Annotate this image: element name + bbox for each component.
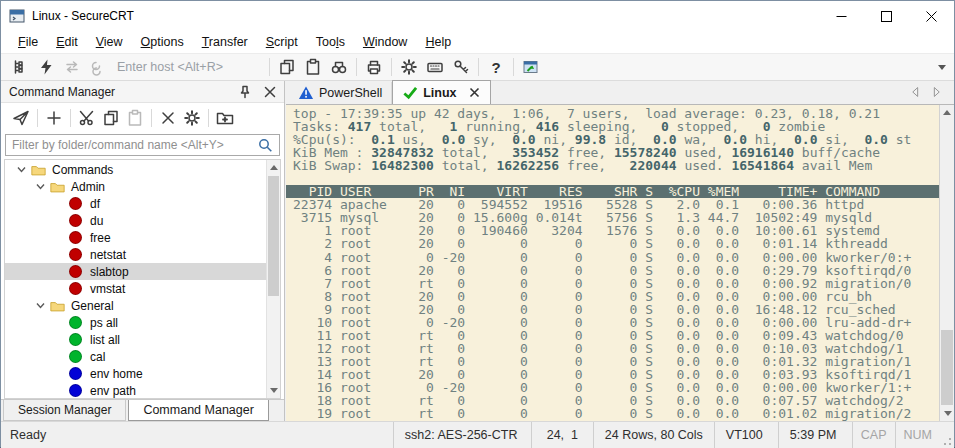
menu-options[interactable]: Options: [132, 35, 193, 49]
tree-item-Commands[interactable]: Commands: [5, 161, 266, 178]
tree-item-General[interactable]: General: [5, 297, 266, 314]
cut-button[interactable]: [75, 107, 99, 129]
main-toolbar: Enter host <Alt+R> ?: [1, 53, 954, 81]
command-dot-icon: [69, 248, 82, 261]
tree-item-env-path[interactable]: env path: [5, 382, 266, 399]
menu-view[interactable]: View: [87, 35, 132, 49]
key-agent-button[interactable]: [448, 55, 474, 79]
pin-icon[interactable]: [238, 85, 252, 99]
menu-window[interactable]: Window: [354, 35, 416, 49]
tab-scroll-left-icon[interactable]: [908, 84, 922, 100]
send-command-button[interactable]: [9, 107, 33, 129]
search-icon[interactable]: [257, 137, 274, 154]
tree-item-Admin[interactable]: Admin: [5, 178, 266, 195]
add-command-button[interactable]: [42, 107, 66, 129]
tree-item-free[interactable]: free: [5, 229, 266, 246]
scroll-thumb[interactable]: [268, 176, 279, 296]
delete-x-icon: [160, 110, 176, 126]
panel-close-icon[interactable]: [264, 86, 276, 98]
new-folder-button[interactable]: [213, 107, 237, 129]
printer-icon: [365, 58, 383, 76]
menu-edit[interactable]: Edit: [47, 35, 87, 49]
minimize-button[interactable]: [819, 1, 864, 31]
scroll-up-arrow[interactable]: [943, 110, 951, 115]
tree-item-label: slabtop: [90, 265, 129, 279]
tree-item-label: vmstat: [90, 282, 125, 296]
help-button[interactable]: ?: [483, 55, 509, 79]
disconnect-button[interactable]: [85, 55, 111, 79]
menu-tools[interactable]: Tools: [307, 35, 354, 49]
reconnect-icon: [63, 58, 81, 76]
tree-item-du[interactable]: du: [5, 212, 266, 229]
tab-command-manager[interactable]: Command Manager: [128, 400, 268, 421]
command-manager-panel: Command Manager: [1, 81, 285, 421]
tab-close-icon[interactable]: [468, 86, 481, 99]
tree-item-ps-all[interactable]: ps all: [5, 314, 266, 331]
chevron-down-icon[interactable]: [35, 300, 46, 311]
chevron-down-icon[interactable]: [16, 164, 27, 175]
scroll-down-arrow[interactable]: [944, 411, 952, 416]
tab-session-manager[interactable]: Session Manager: [3, 400, 126, 421]
tree-item-label: General: [71, 299, 114, 313]
copy-icon: [102, 109, 120, 127]
command-dot-icon: [69, 197, 82, 210]
paste-button[interactable]: [300, 55, 326, 79]
copy-command-button[interactable]: [99, 107, 123, 129]
chevron-down-icon[interactable]: [35, 181, 46, 192]
tree-item-cal[interactable]: cal: [5, 348, 266, 365]
keyboard-icon: [426, 58, 444, 76]
tree-item-label: env path: [90, 384, 136, 398]
filter-input[interactable]: [5, 134, 280, 156]
tree-scrollbar[interactable]: [266, 160, 280, 398]
binoculars-icon: [330, 58, 348, 76]
print-button[interactable]: [361, 55, 387, 79]
command-dot-icon: [69, 316, 82, 329]
delete-command-button[interactable]: [156, 107, 180, 129]
tree-item-list-all[interactable]: list all: [5, 331, 266, 348]
gear-icon: [183, 109, 201, 127]
menu-help[interactable]: Help: [416, 35, 460, 49]
maximize-button[interactable]: [864, 1, 909, 31]
copy-button[interactable]: [274, 55, 300, 79]
command-options-button[interactable]: [180, 107, 204, 129]
command-dot-icon: [69, 214, 82, 227]
quick-connect-button[interactable]: [33, 55, 59, 79]
tree-item-netstat[interactable]: netstat: [5, 246, 266, 263]
blue-warning-icon: [298, 85, 314, 101]
tab-scroll-right-icon[interactable]: [930, 84, 944, 100]
status-clock: 5:39 PM: [778, 422, 852, 448]
quick-connect-host-input[interactable]: Enter host <Alt+R>: [117, 60, 259, 74]
tree-item-label: df: [90, 197, 100, 211]
menu-script[interactable]: Script: [257, 35, 307, 49]
tab-powershell[interactable]: PowerShell: [289, 82, 392, 104]
panel-header: Command Manager: [1, 81, 284, 103]
menu-transfer[interactable]: Transfer: [193, 35, 257, 49]
close-button[interactable]: [909, 1, 954, 31]
find-button[interactable]: [326, 55, 352, 79]
folder-icon: [50, 180, 65, 193]
tree-item-label: ps all: [90, 316, 118, 330]
scroll-thumb[interactable]: [941, 330, 953, 405]
tab-label: Linux: [423, 86, 456, 100]
resize-grip[interactable]: [940, 422, 954, 448]
tree-item-vmstat[interactable]: vmstat: [5, 280, 266, 297]
tree-item-slabtop[interactable]: slabtop: [5, 263, 266, 280]
reconnect-button[interactable]: [59, 55, 85, 79]
terminal-scrollbar[interactable]: [939, 105, 954, 421]
copy-icon: [278, 58, 296, 76]
scroll-up-arrow[interactable]: [270, 165, 278, 170]
session-manager-toggle-button[interactable]: [7, 55, 33, 79]
menu-file[interactable]: File: [9, 35, 47, 49]
session-options-button[interactable]: [396, 55, 422, 79]
tree-item-env-home[interactable]: env home: [5, 365, 266, 382]
terminal-screen[interactable]: top - 17:39:35 up 42 days, 1:06, 7 users…: [286, 105, 939, 421]
panel-tabs: Session Manager Command Manager: [1, 399, 284, 421]
paste-icon: [126, 109, 144, 127]
tab-linux[interactable]: Linux: [392, 80, 490, 104]
toolbar-overflow-arrow[interactable]: [938, 65, 946, 70]
paste-command-button[interactable]: [123, 107, 147, 129]
tree-item-df[interactable]: df: [5, 195, 266, 212]
keymap-editor-button[interactable]: [422, 55, 448, 79]
scroll-down-arrow[interactable]: [270, 388, 278, 393]
new-windows-script-button[interactable]: [518, 55, 544, 79]
